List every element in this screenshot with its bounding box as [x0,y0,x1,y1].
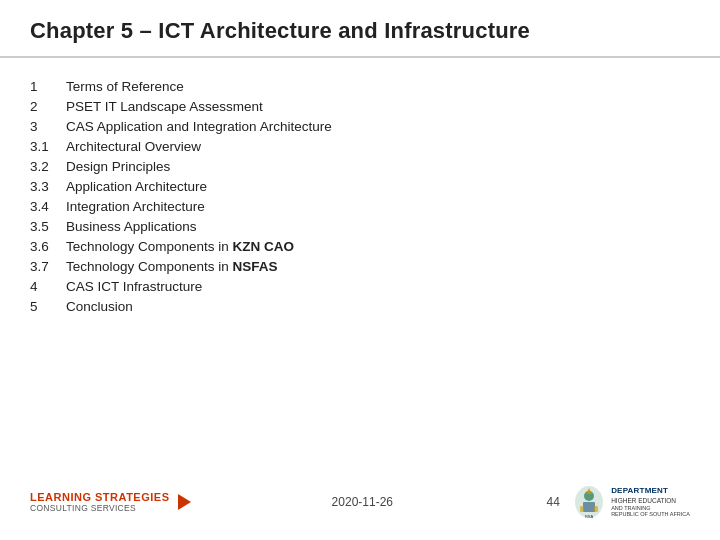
toc-label: Business Applications [66,216,690,236]
svg-rect-5 [594,506,598,512]
toc-label: Architectural Overview [66,136,690,156]
dept-text: Department Higher Education and Training… [611,486,690,517]
svg-text:RSA: RSA [585,514,594,519]
footer-page-number: 44 [533,495,573,509]
toc-number: 3.5 [30,216,66,236]
toc-number: 3.7 [30,256,66,276]
toc-number: 2 [30,96,66,116]
toc-row: 3.6Technology Components in KZN CAO [30,236,690,256]
toc-label: CAS Application and Integration Architec… [66,116,690,136]
dept-name-line3: and Training [611,505,690,512]
toc-label: Technology Components in NSFAS [66,256,690,276]
toc-label: Design Principles [66,156,690,176]
dept-name-line2: Higher Education [611,497,690,505]
toc-row: 3.3Application Architecture [30,176,690,196]
toc-number: 3.6 [30,236,66,256]
toc-number: 5 [30,296,66,316]
toc-row: 3.2Design Principles [30,156,690,176]
svg-rect-2 [583,502,595,512]
logo-text-consulting: Consulting Services [30,504,169,513]
toc-row: 5Conclusion [30,296,690,316]
toc-number: 3.2 [30,156,66,176]
logo-arrow-icon [178,494,191,510]
slide: Chapter 5 – ICT Architecture and Infrast… [0,0,720,540]
toc-number: 1 [30,76,66,96]
toc-row: 2PSET IT Landscape Assessment [30,96,690,116]
toc-number: 3.4 [30,196,66,216]
dept-name-line4: Republic of South Africa [611,511,690,518]
logo-text-learning: LEARNING STRATEGIES [30,491,169,504]
toc-label: Terms of Reference [66,76,690,96]
toc-number: 3.3 [30,176,66,196]
toc-row: 3CAS Application and Integration Archite… [30,116,690,136]
toc-row: 1Terms of Reference [30,76,690,96]
toc-content: 1Terms of Reference2PSET IT Landscape As… [0,58,720,326]
toc-row: 3.5Business Applications [30,216,690,236]
toc-row: 4CAS ICT Infrastructure [30,276,690,296]
toc-label: Conclusion [66,296,690,316]
toc-label: Application Architecture [66,176,690,196]
toc-number: 3 [30,116,66,136]
toc-row: 3.4Integration Architecture [30,196,690,216]
toc-row: 3.7Technology Components in NSFAS [30,256,690,276]
dept-emblem-icon: RSA [573,484,605,520]
dept-name-line1: Department [611,486,690,496]
learning-strategies-logo: LEARNING STRATEGIES Consulting Services [30,491,169,514]
footer-left: LEARNING STRATEGIES Consulting Services [30,491,191,514]
dept-logo: RSA Department Higher Education and Trai… [573,484,690,520]
toc-label: PSET IT Landscape Assessment [66,96,690,116]
toc-number: 3.1 [30,136,66,156]
footer-date: 2020-11-26 [191,495,533,509]
toc-label: Technology Components in KZN CAO [66,236,690,256]
slide-header: Chapter 5 – ICT Architecture and Infrast… [0,0,720,58]
toc-label: CAS ICT Infrastructure [66,276,690,296]
toc-row: 3.1Architectural Overview [30,136,690,156]
toc-label: Integration Architecture [66,196,690,216]
svg-rect-4 [580,506,584,512]
slide-title: Chapter 5 – ICT Architecture and Infrast… [30,18,690,44]
toc-table: 1Terms of Reference2PSET IT Landscape As… [30,76,690,316]
toc-number: 4 [30,276,66,296]
slide-footer: LEARNING STRATEGIES Consulting Services … [0,484,720,520]
